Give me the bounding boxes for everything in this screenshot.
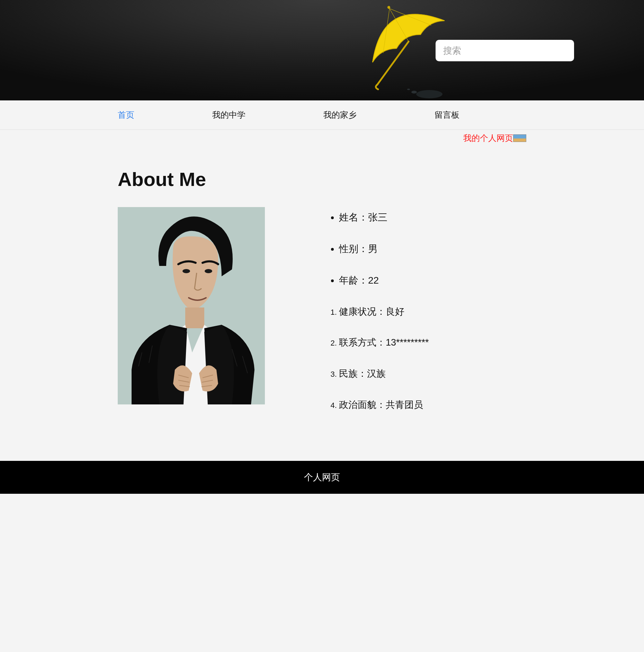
main-content: About Me [52, 144, 592, 461]
svg-rect-9 [185, 307, 204, 328]
svg-point-2 [407, 89, 410, 90]
svg-line-4 [390, 9, 409, 42]
svg-point-10 [182, 269, 190, 273]
about-politics: 政治面貌：共青团员 [339, 399, 429, 412]
svg-point-1 [411, 91, 417, 93]
about-name: 姓名：张三 [339, 211, 429, 224]
svg-line-3 [377, 42, 409, 84]
about-health: 健康状况：良好 [339, 305, 429, 319]
footer-text: 个人网页 [304, 472, 340, 482]
about-ethnicity: 民族：汉族 [339, 367, 429, 381]
nav-my-school[interactable]: 我的中学 [212, 100, 245, 129]
about-detail-list: 健康状况：良好 联系方式：13********* 民族：汉族 政治面貌：共青团员 [327, 305, 429, 412]
nav-guestbook[interactable]: 留言板 [435, 100, 459, 129]
nav-home[interactable]: 首页 [118, 100, 134, 129]
svg-line-6 [390, 0, 431, 39]
marquee-text: 我的个人网页 [463, 133, 513, 144]
search-input[interactable] [436, 40, 574, 61]
marquee-thumb-icon [513, 134, 526, 142]
svg-point-11 [205, 269, 212, 273]
about-info: 姓名：张三 性别：男 年龄：22 健康状况：良好 联系方式：13********… [327, 207, 429, 430]
about-gender: 性别：男 [339, 242, 429, 256]
svg-line-5 [366, 9, 407, 53]
about-basic-list: 姓名：张三 性别：男 年龄：22 [327, 211, 429, 287]
nav-my-hometown[interactable]: 我的家乡 [323, 100, 357, 129]
about-title: About Me [118, 168, 526, 190]
main-nav: 首页 我的中学 我的家乡 留言板 [0, 100, 644, 130]
profile-photo [118, 207, 265, 404]
svg-point-7 [387, 6, 391, 9]
marquee-row: 我的个人网页 [52, 130, 592, 144]
about-age: 年龄：22 [339, 274, 429, 287]
about-contact: 联系方式：13********* [339, 336, 429, 349]
header-banner [0, 0, 644, 100]
footer: 个人网页 [0, 461, 644, 494]
svg-point-0 [416, 90, 442, 98]
